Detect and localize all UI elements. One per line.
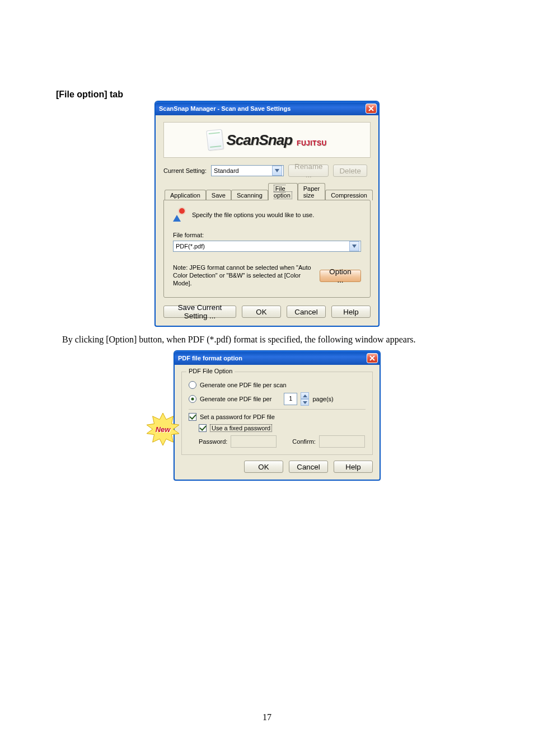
checkbox-set-password-label: Set a password for PDF file: [200, 414, 275, 420]
radio-per-pages-row[interactable]: Generate one PDF file per 1 page(s): [189, 392, 366, 406]
close-button[interactable]: [367, 353, 378, 363]
pdf-file-format-option-dialog: PDF file format option PDF File Option G…: [174, 350, 381, 481]
checkbox-fixed-password-row[interactable]: Use a fixed password: [199, 424, 366, 432]
chevron-down-icon: [303, 401, 307, 404]
checkbox-fixed-password-label: Use a fixed password: [210, 424, 272, 432]
spin-up-button[interactable]: [301, 392, 309, 399]
scan-save-settings-window: ScanSnap Manager - Scan and Save Setting…: [154, 101, 380, 327]
pdf-file-option-group: PDF File Option Generate one PDF file pe…: [181, 372, 373, 455]
file-format-select[interactable]: PDF(*.pdf): [173, 241, 361, 252]
help-button[interactable]: Help: [334, 461, 373, 473]
checkbox-set-password-row[interactable]: Set a password for PDF file: [189, 413, 366, 421]
tab-paper-size[interactable]: Paper size: [298, 183, 325, 200]
file-format-note: Note: JPEG format cannot be selected whe…: [173, 264, 313, 287]
cancel-button[interactable]: Cancel: [287, 306, 326, 318]
tabs-bar: Application Save Scanning File option Pa…: [163, 182, 371, 200]
save-current-setting-button[interactable]: Save Current Setting ...: [163, 306, 236, 318]
rename-button[interactable]: Rename ...: [288, 165, 329, 177]
tab-description: Specify the file options you would like …: [192, 212, 314, 218]
file-format-label: File format:: [173, 232, 361, 238]
ok-button[interactable]: OK: [244, 461, 283, 473]
vendor-name: FUJITSU: [297, 139, 327, 147]
radio-per-pages[interactable]: [189, 395, 196, 403]
tab-save[interactable]: Save: [206, 190, 231, 200]
titlebar: PDF file format option: [175, 351, 380, 365]
tab-panel-file-option: Specify the file options you would like …: [163, 200, 371, 298]
password-label: Password:: [199, 438, 227, 445]
group-legend: PDF File Option: [186, 368, 235, 374]
group-divider: [189, 409, 366, 410]
delete-button[interactable]: Delete: [333, 165, 367, 177]
chevron-up-icon: [303, 395, 307, 397]
file-option-tab-icon: [173, 208, 186, 222]
pages-input[interactable]: 1: [284, 393, 297, 405]
checkbox-fixed-password[interactable]: [199, 424, 207, 432]
confirm-label: Confirm:: [292, 438, 316, 445]
close-button[interactable]: [366, 104, 377, 114]
checkbox-set-password[interactable]: [189, 413, 196, 421]
page-number: 17: [0, 712, 534, 722]
window-title: ScanSnap Manager - Scan and Save Setting…: [159, 105, 291, 112]
radio-per-pages-label: Generate one PDF file per: [200, 396, 271, 402]
option-button[interactable]: Option ...: [320, 270, 361, 282]
new-feature-badge: New: [147, 413, 179, 445]
logo-panel: ScanSnap FUJITSU: [163, 122, 371, 158]
current-setting-row: Current Setting: Standard Rename ... Del…: [163, 165, 371, 177]
confirm-input[interactable]: [319, 435, 365, 448]
ok-button[interactable]: OK: [242, 306, 281, 318]
close-icon: [368, 106, 374, 111]
tab-file-option[interactable]: File option: [268, 183, 298, 200]
tab-scanning[interactable]: Scanning: [231, 190, 268, 200]
tab-application[interactable]: Application: [165, 190, 206, 200]
password-input[interactable]: [231, 435, 277, 448]
radio-per-scan-row[interactable]: Generate one PDF file per scan: [189, 381, 366, 389]
radio-per-scan[interactable]: [189, 381, 196, 389]
spin-down-button[interactable]: [301, 399, 309, 406]
scansnap-logo-icon: [207, 129, 224, 151]
titlebar: ScanSnap Manager - Scan and Save Setting…: [156, 102, 378, 115]
tab-file-option-label: File option: [274, 185, 292, 199]
option-click-explainer: By clicking [Option] button, when PDF (*…: [62, 335, 534, 345]
chevron-down-icon: [349, 241, 359, 251]
file-format-value: PDF(*.pdf): [176, 243, 205, 250]
chevron-down-icon: [272, 166, 282, 176]
tab-compression[interactable]: Compression: [325, 190, 373, 200]
current-setting-label: Current Setting:: [163, 167, 207, 174]
new-badge-text: New: [156, 425, 171, 434]
section-heading: [File option] tab: [56, 90, 534, 100]
cancel-button[interactable]: Cancel: [289, 461, 328, 473]
radio-per-scan-label: Generate one PDF file per scan: [200, 382, 287, 388]
current-setting-select[interactable]: Standard: [211, 165, 284, 176]
close-icon: [369, 355, 375, 361]
current-setting-value: Standard: [214, 167, 239, 174]
brand-name: ScanSnap: [226, 132, 292, 149]
pages-suffix: page(s): [312, 396, 333, 402]
help-button[interactable]: Help: [331, 306, 371, 318]
logo-text: ScanSnap FUJITSU: [226, 132, 326, 149]
window-title: PDF file format option: [178, 355, 242, 361]
